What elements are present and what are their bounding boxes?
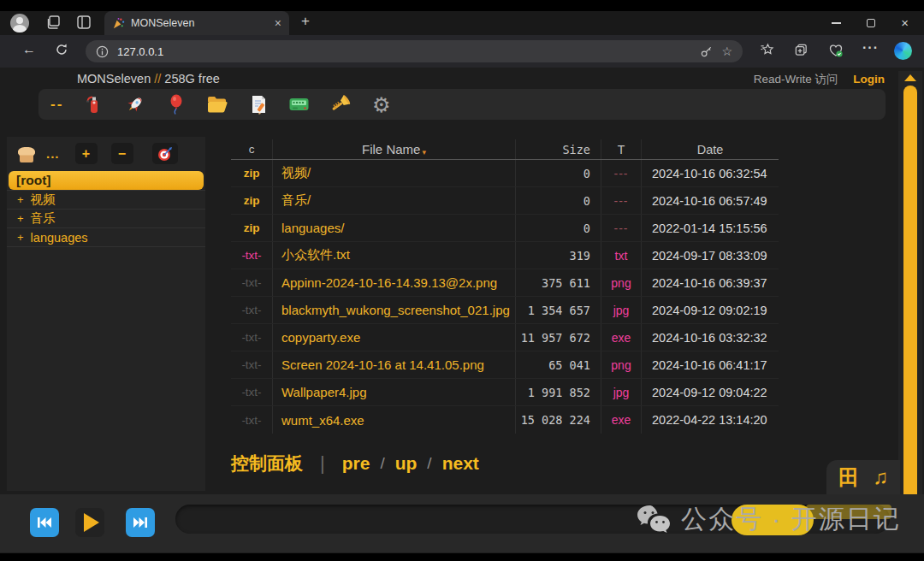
more-menu-icon[interactable]: ··· xyxy=(862,40,879,56)
table-row: zip 视频/ 0 --- 2024-10-16 06:32:54 xyxy=(231,160,779,187)
tree-zoom-out-button[interactable]: − xyxy=(111,143,133,164)
zip-link[interactable]: zip xyxy=(231,215,272,241)
file-link[interactable]: 视频/ xyxy=(272,160,515,186)
browser-health-icon[interactable] xyxy=(828,43,844,58)
tree-item-music[interactable]: + 音乐 xyxy=(7,209,205,227)
breadcrumb-site-link[interactable]: MONSeleven xyxy=(77,72,151,86)
file-link[interactable]: Screen 2024-10-16 at 14.41.05.png xyxy=(272,351,515,378)
url-text[interactable]: 127.0.0.1 xyxy=(117,45,691,58)
control-panel-link[interactable]: 控制面板 xyxy=(231,452,303,475)
prev-folder-link[interactable]: pre xyxy=(342,453,370,474)
txt-link[interactable]: -txt- xyxy=(231,406,272,434)
grid-view-icon[interactable]: 田 xyxy=(838,464,859,491)
col-header-type[interactable]: T xyxy=(601,139,642,159)
txt-link[interactable]: -txt- xyxy=(231,351,272,378)
music-note-icon[interactable]: ♫ xyxy=(873,465,888,489)
table-row: -txt- wumt_x64.exe 15 028 224 exe 2022-0… xyxy=(231,406,779,434)
file-link[interactable]: copyparty.exe xyxy=(272,324,515,351)
browser-window: MONSeleven × + × ← 127.0.0.1 xyxy=(0,11,924,553)
col-header-filename[interactable]: File Name▾ xyxy=(272,139,515,159)
file-link[interactable]: 小众软件.txt xyxy=(272,242,515,269)
address-bar[interactable]: 127.0.0.1 ☆ xyxy=(86,40,743,62)
next-folder-link[interactable]: next xyxy=(442,453,479,474)
tab-title: MONSeleven xyxy=(131,17,269,29)
breadcrumb-toggle-bread-icon[interactable] xyxy=(15,144,38,164)
footer-navigation: 控制面板 | pre / up / next xyxy=(231,452,479,475)
tab-close-icon[interactable]: × xyxy=(275,16,281,30)
jump-to-selection-target-icon[interactable] xyxy=(152,143,178,164)
file-size: 375 611 xyxy=(515,269,601,296)
txt-link[interactable]: -txt- xyxy=(231,242,272,269)
gear-icon[interactable]: ⚙ xyxy=(370,94,392,115)
col-header-c[interactable]: c xyxy=(231,139,272,159)
balloon-icon[interactable] xyxy=(165,94,187,115)
new-tab-button[interactable]: + xyxy=(301,13,310,30)
workspaces-icon[interactable] xyxy=(46,15,62,30)
scrollbar-thumb[interactable] xyxy=(903,86,917,532)
back-icon[interactable]: ← xyxy=(22,42,36,57)
maximize-button[interactable] xyxy=(867,19,875,27)
collections-icon[interactable] xyxy=(794,43,808,57)
folder-icon[interactable] xyxy=(206,94,228,115)
file-link[interactable]: blackmyth_wukong_screenshot_021.jpg xyxy=(272,297,515,323)
file-link[interactable]: wumt_x64.exe xyxy=(272,406,515,434)
dashes-button[interactable]: -- xyxy=(50,96,63,113)
tree-item-videos[interactable]: + 视频 xyxy=(7,190,205,209)
col-header-date[interactable]: Date xyxy=(642,139,779,159)
table-row: -txt- Screen 2024-10-16 at 14.41.05.png … xyxy=(231,351,779,379)
scroll-up-icon[interactable] xyxy=(904,74,916,81)
table-row: -txt- blackmyth_wukong_screenshot_021.jp… xyxy=(231,297,779,324)
table-row: -txt- copyparty.exe 11 957 672 exe 2024-… xyxy=(231,324,779,351)
zip-link[interactable]: zip xyxy=(231,160,272,186)
file-size: 0 xyxy=(515,215,601,241)
zip-link[interactable]: zip xyxy=(231,187,272,214)
rocket-icon[interactable] xyxy=(124,94,145,115)
txt-link[interactable]: -txt- xyxy=(231,269,272,296)
txt-link[interactable]: -txt- xyxy=(231,379,272,405)
file-type: png xyxy=(601,269,642,296)
close-window-button[interactable]: × xyxy=(901,19,909,27)
fire-extinguisher-icon[interactable] xyxy=(83,94,104,115)
tree-item-label[interactable]: 音乐 xyxy=(31,210,56,227)
browser-tab[interactable]: MONSeleven × xyxy=(104,11,289,35)
memo-icon[interactable] xyxy=(247,94,269,115)
file-link[interactable]: Appinn-2024-10-16-14.39.13@2x.png xyxy=(272,269,515,296)
login-link[interactable]: Login xyxy=(853,73,885,86)
txt-link[interactable]: -txt- xyxy=(231,297,272,323)
page-scrollbar[interactable] xyxy=(898,71,922,550)
tree-item-languages[interactable]: + languages xyxy=(7,227,205,246)
previous-track-button[interactable] xyxy=(30,508,59,537)
breadcrumb-separator: // xyxy=(154,72,161,86)
tree-item-label[interactable]: languages xyxy=(31,231,88,245)
profile-avatar[interactable] xyxy=(10,14,29,32)
refresh-icon[interactable] xyxy=(55,43,68,56)
minimize-button[interactable] xyxy=(832,22,841,24)
tree-item-label[interactable]: 视频 xyxy=(31,192,56,208)
breadcrumb: MONSeleven // 258G free xyxy=(77,72,220,86)
play-button[interactable] xyxy=(75,508,104,537)
site-info-icon[interactable] xyxy=(96,45,109,58)
pager-icon[interactable] xyxy=(288,94,310,115)
tab-actions-icon[interactable] xyxy=(76,15,92,30)
next-track-button[interactable] xyxy=(126,508,155,537)
tree-zoom-in-button[interactable]: + xyxy=(75,143,98,164)
favorite-star-icon[interactable]: ☆ xyxy=(721,44,732,58)
file-tree-sidebar: ... + − [root] + 视频 + 音乐 + xyxy=(7,137,205,491)
file-type: exe xyxy=(601,324,642,351)
tree-dots-label[interactable]: ... xyxy=(46,146,60,161)
txt-link[interactable]: -txt- xyxy=(231,324,272,351)
copilot-icon[interactable] xyxy=(894,42,912,60)
table-row: zip languages/ 0 --- 2022-01-14 15:15:56 xyxy=(231,215,779,242)
tree-item-root-selected[interactable]: [root] xyxy=(9,171,204,190)
favorites-hub-icon[interactable] xyxy=(760,43,774,57)
file-type: jpg xyxy=(601,297,642,323)
file-date: 2024-10-16 03:32:32 xyxy=(642,324,779,351)
up-folder-link[interactable]: up xyxy=(395,453,418,474)
slash-separator: / xyxy=(427,454,431,473)
col-header-size[interactable]: Size xyxy=(515,139,601,159)
file-link[interactable]: Wallpaper4.jpg xyxy=(272,379,515,405)
trumpet-icon[interactable] xyxy=(329,94,351,115)
file-link[interactable]: languages/ xyxy=(272,215,515,241)
password-key-icon[interactable] xyxy=(700,45,713,58)
file-link[interactable]: 音乐/ xyxy=(272,187,515,214)
